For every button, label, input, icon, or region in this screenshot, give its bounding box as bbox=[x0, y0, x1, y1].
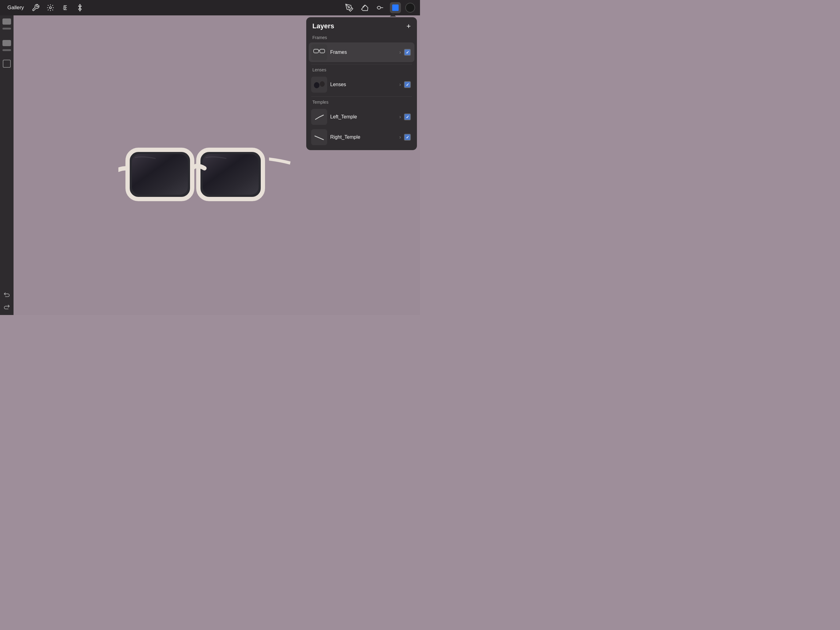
smudge-right-tool-button[interactable] bbox=[374, 2, 385, 13]
layer-name-right-temple: Right_Temple bbox=[330, 135, 396, 140]
separator-1 bbox=[311, 64, 412, 64]
layer-chevron-left-temple[interactable]: › bbox=[399, 114, 401, 120]
svg-rect-3 bbox=[392, 5, 399, 11]
svg-point-2 bbox=[348, 7, 350, 8]
top-toolbar: Gallery S bbox=[0, 0, 420, 15]
brush-opacity-track bbox=[2, 49, 11, 51]
sunglasses-illustration bbox=[118, 122, 291, 220]
layer-chevron-lenses[interactable]: › bbox=[399, 82, 401, 87]
separator-2 bbox=[311, 96, 412, 97]
left-sidebar bbox=[0, 15, 14, 315]
panel-arrow bbox=[390, 14, 396, 17]
svg-point-10 bbox=[314, 82, 319, 88]
layer-visibility-left-temple[interactable] bbox=[404, 114, 411, 120]
layer-row-right-temple[interactable]: Right_Temple › bbox=[309, 127, 414, 147]
brush-size-slider[interactable] bbox=[2, 19, 11, 25]
layer-name-lenses: Lenses bbox=[330, 82, 396, 87]
layers-panel: Layers + Frames Frames › Lenses Lenses bbox=[306, 17, 417, 150]
transform-tool-button[interactable] bbox=[74, 2, 85, 13]
svg-rect-7 bbox=[203, 154, 259, 195]
layer-visibility-right-temple[interactable] bbox=[404, 134, 411, 141]
redo-button[interactable] bbox=[1, 301, 12, 313]
toolbar-right bbox=[344, 2, 415, 13]
add-layer-button[interactable]: + bbox=[406, 22, 411, 30]
layer-chevron-right-temple[interactable]: › bbox=[399, 135, 401, 140]
selection-shape-tool[interactable] bbox=[3, 60, 11, 68]
layer-row-left-temple[interactable]: Left_Temple › bbox=[309, 107, 414, 127]
eraser-tool-button[interactable] bbox=[359, 2, 370, 13]
group-label-temples: Temples bbox=[306, 98, 417, 106]
svg-rect-8 bbox=[314, 49, 319, 53]
svg-point-0 bbox=[49, 7, 52, 9]
layer-row-frames[interactable]: Frames › bbox=[309, 43, 414, 62]
group-label-lenses: Lenses bbox=[306, 66, 417, 74]
adjustments-tool-button[interactable] bbox=[45, 2, 56, 13]
undo-button[interactable] bbox=[1, 289, 12, 300]
layer-visibility-lenses[interactable] bbox=[404, 81, 411, 88]
layer-thumbnail-frames bbox=[311, 44, 327, 60]
layer-visibility-frames[interactable] bbox=[404, 49, 411, 56]
layers-panel-header: Layers + bbox=[306, 22, 417, 34]
brush-opacity-slider[interactable] bbox=[2, 40, 11, 46]
layer-thumbnail-right-temple bbox=[311, 129, 327, 145]
layers-panel-title: Layers bbox=[313, 22, 334, 30]
layers-panel-button[interactable] bbox=[390, 2, 401, 13]
brush-size-track bbox=[2, 28, 11, 30]
layer-row-lenses[interactable]: Lenses › bbox=[309, 75, 414, 95]
color-swatch-button[interactable] bbox=[405, 3, 415, 13]
toolbar-left: Gallery S bbox=[5, 2, 85, 13]
svg-rect-9 bbox=[320, 49, 325, 53]
layer-name-left-temple: Left_Temple bbox=[330, 114, 396, 120]
svg-rect-5 bbox=[132, 154, 188, 195]
smudge-tool-button[interactable]: S bbox=[60, 2, 71, 13]
layer-thumbnail-left-temple bbox=[311, 109, 327, 125]
svg-point-11 bbox=[320, 81, 325, 87]
group-label-frames: Frames bbox=[306, 34, 417, 42]
wrench-tool-button[interactable] bbox=[30, 2, 41, 13]
layer-name-frames: Frames bbox=[330, 49, 396, 55]
layer-chevron-frames[interactable]: › bbox=[399, 49, 401, 55]
gallery-button[interactable]: Gallery bbox=[5, 3, 27, 12]
svg-text:S: S bbox=[63, 5, 66, 10]
layer-thumbnail-lenses bbox=[311, 77, 327, 93]
pen-tool-button[interactable] bbox=[344, 2, 355, 13]
